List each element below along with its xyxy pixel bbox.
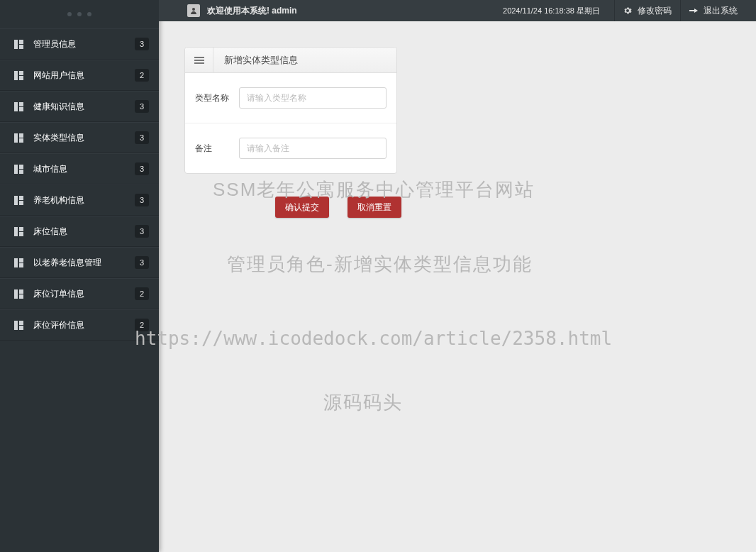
sidebar-item-label: 以老养老信息管理 [33,257,135,269]
badge: 3 [135,162,149,175]
remark-input[interactable] [239,138,387,159]
form-row-type-name: 类型名称 [185,73,396,123]
badge: 2 [135,69,149,82]
grid-icon [14,165,23,174]
grid-icon [14,196,23,205]
arrow-icon [689,7,698,14]
grid-icon [14,102,23,111]
gear-icon [623,6,632,15]
hamburger-icon[interactable] [185,48,213,72]
type-name-input[interactable] [239,87,387,109]
sidebar-item-city[interactable]: 城市信息 3 [0,153,159,184]
sidebar-item-label: 床位信息 [33,226,135,238]
sidebar-item-label: 床位评价信息 [33,319,135,331]
sidebar-item-label: 实体类型信息 [33,132,135,144]
badge: 3 [135,225,149,238]
avatar [187,4,200,17]
sidebar-item-care-org[interactable]: 养老机构信息 3 [0,184,159,216]
sidebar-item-label: 健康知识信息 [33,101,135,113]
sidebar-item-health[interactable]: 健康知识信息 3 [0,91,159,122]
sidebar-item-users[interactable]: 网站用户信息 2 [0,60,159,91]
dot-icon [67,12,72,16]
badge: 3 [135,194,149,206]
dot-icon [77,12,82,16]
badge: 2 [135,287,149,300]
sidebar-item-entity-type[interactable]: 实体类型信息 3 [0,122,159,153]
sidebar-item-bed[interactable]: 床位信息 3 [0,216,159,247]
sidebar-item-label: 管理员信息 [33,38,135,50]
panel-head: 新增实体类型信息 [185,48,396,73]
sidebar-item-label: 网站用户信息 [33,70,135,82]
svg-point-0 [192,8,195,11]
badge: 3 [135,256,149,269]
form-panel: 新增实体类型信息 类型名称 备注 [184,47,397,174]
grid-icon [14,258,23,267]
type-name-label: 类型名称 [195,92,239,104]
sidebar: 管理员信息 3 网站用户信息 2 健康知识信息 3 实体类型信息 3 城市信息 … [0,0,159,552]
sidebar-item-elder-care[interactable]: 以老养老信息管理 3 [0,247,159,278]
grid-icon [14,71,23,80]
sidebar-item-admin[interactable]: 管理员信息 3 [0,28,159,60]
badge: 3 [135,131,149,144]
topbar: 欢迎使用本系统! admin 2024/11/24 16:18:38 星期日 修… [159,0,756,21]
grid-icon [14,321,23,330]
remark-label: 备注 [195,143,239,155]
sidebar-item-bed-review[interactable]: 床位评价信息 2 [0,309,159,341]
grid-icon [14,289,23,299]
button-row: 确认提交 取消重置 [184,197,730,218]
content: 新增实体类型信息 类型名称 备注 确认提交 取消重置 [159,21,756,552]
sidebar-item-label: 床位订单信息 [33,288,135,300]
grid-icon [14,40,23,49]
panel-title: 新增实体类型信息 [213,54,298,67]
badge: 2 [135,319,149,331]
welcome-text: 欢迎使用本系统! admin [207,5,503,17]
form-row-remark: 备注 [185,123,396,173]
grid-icon [14,227,23,236]
sidebar-item-label: 城市信息 [33,163,135,175]
logout-button[interactable]: 退出系统 [680,0,746,21]
grid-icon [14,133,23,143]
sidebar-header [0,0,159,28]
dot-icon [87,12,91,16]
reset-button[interactable]: 取消重置 [348,197,401,218]
submit-button[interactable]: 确认提交 [275,197,329,218]
change-password-label: 修改密码 [638,5,672,17]
badge: 3 [135,100,149,113]
logout-label: 退出系统 [704,5,738,17]
timestamp: 2024/11/24 16:18:38 星期日 [503,6,600,16]
change-password-button[interactable]: 修改密码 [614,0,680,21]
sidebar-item-bed-order[interactable]: 床位订单信息 2 [0,278,159,309]
badge: 3 [135,38,149,50]
user-icon [189,6,198,15]
sidebar-item-label: 养老机构信息 [33,194,135,206]
